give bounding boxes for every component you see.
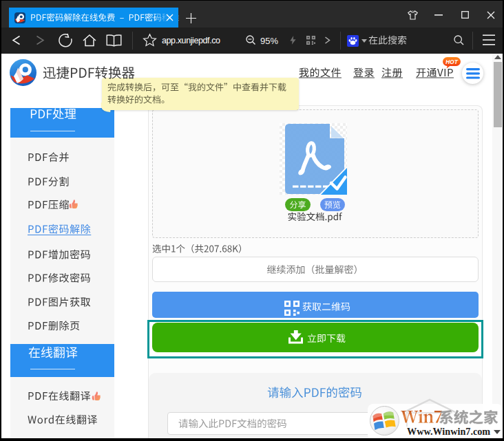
svg-text:Www.Winwin7.com: Www.Winwin7.com: [407, 426, 490, 437]
svg-text:HOT: HOT: [445, 59, 458, 65]
